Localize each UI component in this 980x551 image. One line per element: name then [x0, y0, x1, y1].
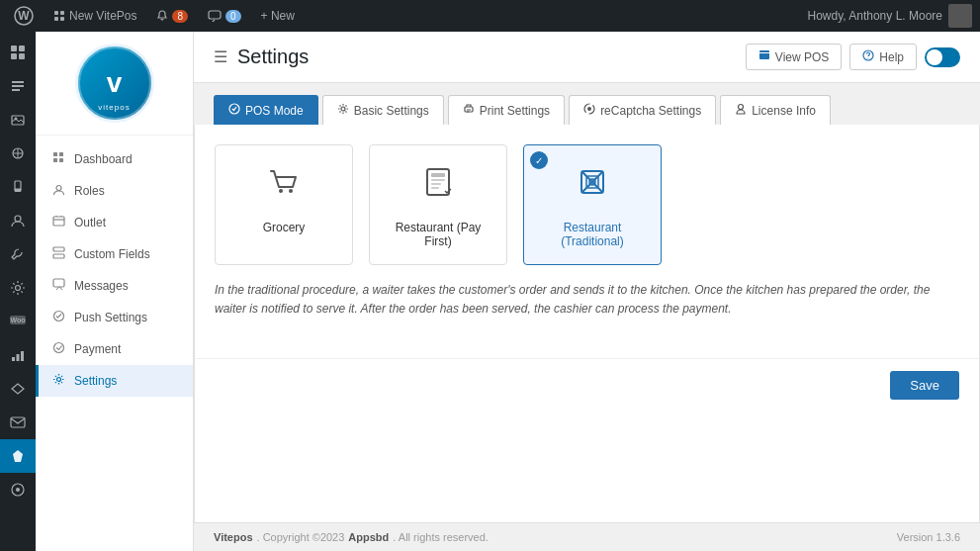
push-settings-icon	[50, 310, 66, 325]
wp-sidebar-woocommerce[interactable]: Woo	[0, 305, 36, 338]
wp-sidebar-users[interactable]	[0, 204, 36, 237]
svg-point-42	[341, 107, 345, 111]
restaurant-traditional-icon	[572, 161, 613, 211]
sidebar-item-settings[interactable]: Settings	[36, 365, 193, 397]
tab-pos-mode[interactable]: POS Mode	[214, 95, 318, 125]
svg-rect-26	[59, 152, 63, 156]
svg-text:Woo: Woo	[10, 317, 25, 323]
toggle-button[interactable]	[925, 47, 960, 67]
notification-count: 8	[172, 10, 188, 23]
admin-bar: W New VitePos 8 0 + New Howdy, Anthony L…	[0, 0, 980, 32]
sidebar-item-messages[interactable]: Messages	[36, 270, 193, 302]
svg-rect-5	[60, 17, 64, 21]
svg-rect-28	[59, 158, 63, 162]
svg-rect-32	[53, 247, 64, 251]
footer-brand: Vitepos	[214, 531, 253, 543]
svg-rect-52	[431, 187, 439, 189]
view-pos-label: View POS	[775, 50, 829, 64]
main-content: ☰ Settings View POS Help	[194, 32, 980, 551]
sidebar-item-roles[interactable]: Roles	[36, 175, 193, 207]
wp-sidebar-marketing[interactable]	[0, 372, 36, 406]
wp-logo[interactable]: W	[8, 0, 40, 32]
svg-point-38	[761, 55, 763, 57]
page-footer: Vitepos . Copyright ©2023 Appsbd . All r…	[194, 523, 980, 551]
tab-license-info[interactable]: License Info	[720, 95, 831, 125]
footer-rights: . All rights reserved.	[393, 531, 489, 543]
site-name: New VitePos	[69, 9, 136, 23]
settings-label: Settings	[74, 374, 117, 388]
wp-sidebar-settings[interactable]	[0, 271, 36, 305]
svg-point-45	[739, 105, 744, 110]
svg-rect-2	[54, 11, 58, 15]
tab-print-settings[interactable]: Print Settings	[448, 95, 565, 125]
howdy-text: Howdy, Anthony L. Moore	[807, 4, 972, 28]
custom-fields-icon	[50, 246, 66, 262]
svg-point-47	[289, 189, 293, 193]
basic-settings-tab-icon	[337, 103, 349, 118]
wp-sidebar-dashboard[interactable]	[0, 36, 36, 69]
restaurant-pay-first-icon	[417, 161, 459, 211]
site-name-item[interactable]: New VitePos	[47, 0, 142, 32]
pos-card-grocery[interactable]: Grocery	[215, 144, 353, 265]
pos-mode-description: In the traditional procedure, a waiter t…	[215, 281, 959, 319]
content-header: ☰ Settings View POS Help	[194, 32, 980, 83]
recaptcha-settings-tab-icon	[583, 103, 595, 118]
license-info-tab-icon	[735, 103, 747, 118]
wp-sidebar-plugins[interactable]	[0, 170, 36, 204]
sidebar-item-push-settings[interactable]: Push Settings	[36, 302, 193, 333]
logo-area: v vitepos	[36, 32, 193, 136]
svg-rect-7	[11, 46, 17, 51]
notifications-item[interactable]: 8	[150, 0, 194, 32]
pos-card-restaurant-traditional[interactable]: ✓ Restau	[523, 144, 662, 265]
hamburger-icon[interactable]: ☰	[214, 47, 227, 66]
comments-item[interactable]: 0	[202, 0, 247, 32]
grocery-label: Grocery	[263, 221, 306, 234]
svg-point-36	[53, 343, 63, 353]
restaurant-pay-first-label: Restaurant (Pay First)	[386, 221, 490, 248]
sidebar-item-dashboard[interactable]: Dashboard	[36, 143, 193, 175]
svg-point-24	[16, 488, 20, 492]
sidebar-item-outlet[interactable]: Outlet	[36, 207, 193, 238]
wp-sidebar-vitepos[interactable]	[0, 439, 36, 473]
messages-icon	[50, 278, 66, 294]
wp-sidebar-appearance[interactable]	[0, 137, 36, 170]
wp-sidebar-media[interactable]	[0, 103, 36, 137]
wp-sidebar-posts[interactable]	[0, 69, 36, 103]
svg-rect-25	[53, 152, 57, 156]
save-button[interactable]: Save	[890, 371, 959, 400]
pos-card-restaurant-pay-first[interactable]: Restaurant (Pay First)	[369, 144, 507, 265]
custom-fields-label: Custom Fields	[74, 247, 150, 261]
wp-sidebar: Woo	[0, 32, 36, 551]
svg-rect-51	[431, 183, 441, 185]
content-inner: Grocery	[195, 125, 979, 358]
svg-point-15	[15, 216, 21, 222]
tab-basic-settings[interactable]: Basic Settings	[322, 95, 444, 125]
sidebar-nav: Dashboard Roles Outlet	[36, 136, 193, 551]
tab-basic-settings-label: Basic Settings	[354, 104, 429, 118]
svg-rect-9	[11, 53, 17, 59]
tab-recaptcha-settings[interactable]: reCaptcha Settings	[569, 95, 716, 125]
sidebar-item-custom-fields[interactable]: Custom Fields	[36, 238, 193, 270]
sidebar-item-payment[interactable]: Payment	[36, 333, 193, 365]
svg-rect-27	[53, 158, 57, 162]
selected-check-badge: ✓	[530, 151, 548, 169]
wp-sidebar-email[interactable]	[0, 406, 36, 439]
print-settings-tab-icon	[463, 103, 475, 118]
wp-sidebar-extra[interactable]	[0, 473, 36, 506]
svg-point-37	[56, 378, 60, 382]
footer-left: Vitepos . Copyright ©2023 Appsbd . All r…	[214, 531, 489, 543]
roles-label: Roles	[74, 184, 105, 198]
view-pos-button[interactable]: View POS	[746, 44, 842, 70]
roles-icon	[50, 183, 66, 199]
payment-icon	[50, 341, 66, 357]
help-icon	[862, 49, 874, 64]
help-button[interactable]: Help	[849, 44, 917, 70]
save-area: Save	[195, 358, 979, 412]
howdy-label: Howdy, Anthony L. Moore	[807, 9, 942, 23]
new-item[interactable]: + New	[255, 0, 301, 32]
svg-rect-20	[17, 354, 20, 361]
svg-text:W: W	[18, 9, 30, 23]
wp-sidebar-tools[interactable]	[0, 237, 36, 271]
svg-rect-8	[19, 46, 25, 51]
wp-sidebar-analytics[interactable]	[0, 338, 36, 372]
